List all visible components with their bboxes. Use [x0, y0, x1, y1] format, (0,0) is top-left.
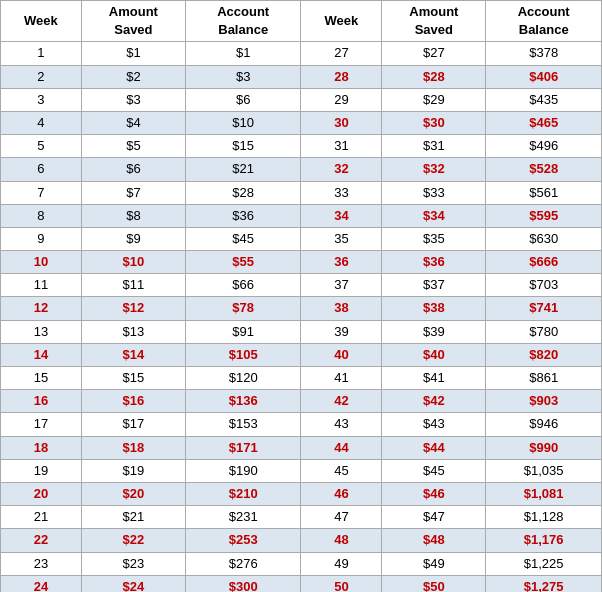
table-cell: 33: [301, 181, 382, 204]
table-cell: $42: [382, 390, 486, 413]
table-cell: $46: [382, 482, 486, 505]
table-cell: $24: [81, 575, 185, 592]
table-cell: $136: [185, 390, 301, 413]
table-cell: $28: [185, 181, 301, 204]
table-cell: 49: [301, 552, 382, 575]
table-cell: $780: [486, 320, 602, 343]
table-cell: $34: [382, 204, 486, 227]
table-cell: 14: [1, 343, 82, 366]
table-cell: 12: [1, 297, 82, 320]
table-cell: $12: [81, 297, 185, 320]
table-cell: 48: [301, 529, 382, 552]
table-cell: 15: [1, 367, 82, 390]
table-cell: $45: [185, 227, 301, 250]
table-cell: $43: [382, 413, 486, 436]
table-cell: 20: [1, 482, 82, 505]
table-cell: 43: [301, 413, 382, 436]
table-cell: $21: [81, 506, 185, 529]
table-cell: $91: [185, 320, 301, 343]
table-cell: 47: [301, 506, 382, 529]
table-cell: $13: [81, 320, 185, 343]
table-cell: 34: [301, 204, 382, 227]
table-cell: $31: [382, 135, 486, 158]
table-cell: 44: [301, 436, 382, 459]
table-cell: $946: [486, 413, 602, 436]
header-balance1: AccountBalance: [185, 1, 301, 42]
table-cell: 50: [301, 575, 382, 592]
table-cell: $1: [81, 42, 185, 65]
table-cell: $1,128: [486, 506, 602, 529]
table-cell: $1,176: [486, 529, 602, 552]
table-cell: $11: [81, 274, 185, 297]
table-cell: $465: [486, 111, 602, 134]
table-cell: 9: [1, 227, 82, 250]
table-cell: $36: [382, 251, 486, 274]
table-cell: 13: [1, 320, 82, 343]
table-cell: $38: [382, 297, 486, 320]
main-table: Week AmountSaved AccountBalance Week Amo…: [0, 0, 602, 592]
table-cell: 22: [1, 529, 82, 552]
table-cell: $6: [81, 158, 185, 181]
table-cell: 40: [301, 343, 382, 366]
table-cell: $10: [185, 111, 301, 134]
table-cell: 21: [1, 506, 82, 529]
header-week2: Week: [301, 1, 382, 42]
table-cell: $28: [382, 65, 486, 88]
table-cell: $1: [185, 42, 301, 65]
table-cell: $78: [185, 297, 301, 320]
table-cell: $37: [382, 274, 486, 297]
table-cell: $23: [81, 552, 185, 575]
table-cell: $276: [185, 552, 301, 575]
table-cell: 19: [1, 459, 82, 482]
table-cell: $20: [81, 482, 185, 505]
table-cell: $990: [486, 436, 602, 459]
table-cell: $39: [382, 320, 486, 343]
table-cell: $1,081: [486, 482, 602, 505]
table-cell: $48: [382, 529, 486, 552]
table-cell: $30: [382, 111, 486, 134]
table-cell: 4: [1, 111, 82, 134]
table-cell: $55: [185, 251, 301, 274]
table-cell: 37: [301, 274, 382, 297]
table-cell: $903: [486, 390, 602, 413]
table-cell: $666: [486, 251, 602, 274]
table-cell: $14: [81, 343, 185, 366]
header-balance2: AccountBalance: [486, 1, 602, 42]
table-cell: $496: [486, 135, 602, 158]
table-cell: $15: [81, 367, 185, 390]
table-cell: 16: [1, 390, 82, 413]
table-cell: $378: [486, 42, 602, 65]
table-cell: $19: [81, 459, 185, 482]
table-cell: $231: [185, 506, 301, 529]
table-cell: $3: [185, 65, 301, 88]
table-cell: 41: [301, 367, 382, 390]
table-cell: $171: [185, 436, 301, 459]
table-cell: $120: [185, 367, 301, 390]
table-cell: $7: [81, 181, 185, 204]
table-cell: 3: [1, 88, 82, 111]
table-cell: $44: [382, 436, 486, 459]
table-cell: $528: [486, 158, 602, 181]
table-cell: $15: [185, 135, 301, 158]
table-cell: 2: [1, 65, 82, 88]
table-cell: $66: [185, 274, 301, 297]
table-cell: 45: [301, 459, 382, 482]
table-cell: $47: [382, 506, 486, 529]
table-cell: $153: [185, 413, 301, 436]
table-cell: 17: [1, 413, 82, 436]
table-cell: $741: [486, 297, 602, 320]
table-cell: 38: [301, 297, 382, 320]
table-cell: 23: [1, 552, 82, 575]
table-cell: $29: [382, 88, 486, 111]
table-cell: $22: [81, 529, 185, 552]
table-cell: $820: [486, 343, 602, 366]
table-cell: 28: [301, 65, 382, 88]
table-cell: $49: [382, 552, 486, 575]
table-cell: $2: [81, 65, 185, 88]
table-cell: $190: [185, 459, 301, 482]
table-cell: $703: [486, 274, 602, 297]
table-cell: $16: [81, 390, 185, 413]
table-cell: $435: [486, 88, 602, 111]
table-cell: 29: [301, 88, 382, 111]
table-cell: 18: [1, 436, 82, 459]
